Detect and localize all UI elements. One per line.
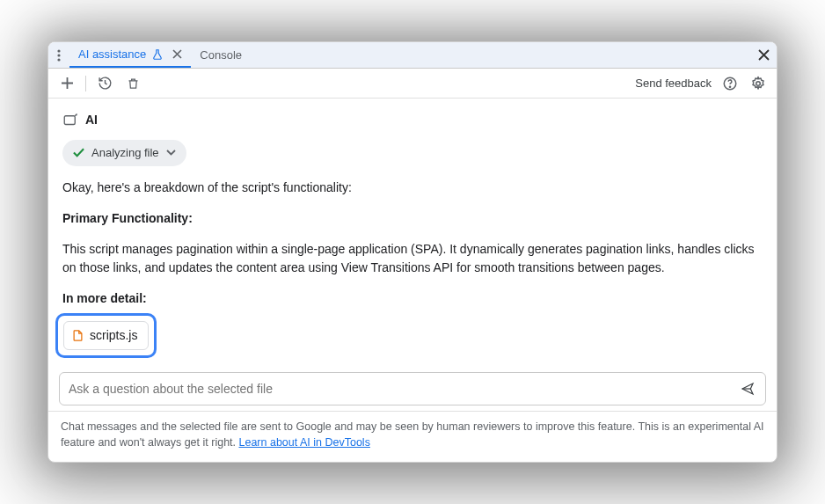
toolbar: Send feedback — [48, 69, 777, 99]
ai-label: AI — [85, 111, 98, 129]
devtools-panel: AI assistance Console Send feedback — [47, 41, 778, 463]
send-button[interactable] — [739, 382, 756, 396]
selected-file-highlight: scripts.js — [55, 313, 157, 358]
settings-button[interactable] — [748, 74, 768, 93]
response-heading-1: Primary Functionality: — [62, 209, 763, 228]
disclaimer-text: Chat messages and the selected file are … — [61, 420, 764, 449]
status-chip[interactable]: Analyzing file — [62, 140, 186, 166]
chat-content: AI Analyzing file Okay, here's a breakdo… — [48, 99, 777, 365]
disclaimer-link[interactable]: Learn about AI in DevTools — [239, 436, 370, 449]
divider — [85, 76, 86, 91]
ai-header: AI — [62, 111, 763, 129]
svg-point-0 — [57, 49, 60, 52]
svg-rect-6 — [64, 115, 75, 124]
disclaimer: Chat messages and the selected file are … — [48, 411, 777, 463]
help-button[interactable] — [720, 74, 740, 93]
ai-spark-icon — [62, 113, 78, 128]
selected-file-chip[interactable]: scripts.js — [63, 321, 149, 350]
svg-point-2 — [57, 58, 60, 61]
close-panel-icon[interactable] — [750, 49, 777, 61]
svg-point-5 — [756, 81, 761, 85]
kebab-menu-icon[interactable] — [48, 49, 69, 62]
tab-ai-assistance[interactable]: AI assistance — [69, 42, 191, 68]
tab-label: Console — [200, 48, 242, 62]
flask-icon — [151, 48, 164, 61]
status-label: Analyzing file — [91, 144, 159, 162]
prompt-input-row — [59, 372, 766, 405]
file-name: scripts.js — [90, 326, 137, 345]
delete-button[interactable] — [123, 74, 142, 93]
svg-point-4 — [729, 86, 730, 87]
tab-label: AI assistance — [78, 47, 146, 61]
response-body-1: This script manages pagination within a … — [62, 240, 763, 277]
send-feedback-link[interactable]: Send feedback — [635, 77, 712, 90]
response-heading-2: In more detail: — [62, 289, 763, 308]
history-button[interactable] — [95, 74, 114, 93]
chevron-down-icon — [166, 150, 176, 156]
tab-strip: AI assistance Console — [48, 42, 777, 69]
file-icon — [71, 328, 84, 343]
check-icon — [73, 148, 84, 157]
tab-console[interactable]: Console — [191, 42, 251, 68]
response-intro: Okay, here's a breakdown of the script's… — [62, 179, 763, 197]
new-chat-button[interactable] — [57, 74, 77, 93]
prompt-input[interactable] — [69, 382, 739, 396]
svg-point-1 — [57, 54, 60, 56]
close-tab-icon[interactable] — [172, 49, 182, 59]
